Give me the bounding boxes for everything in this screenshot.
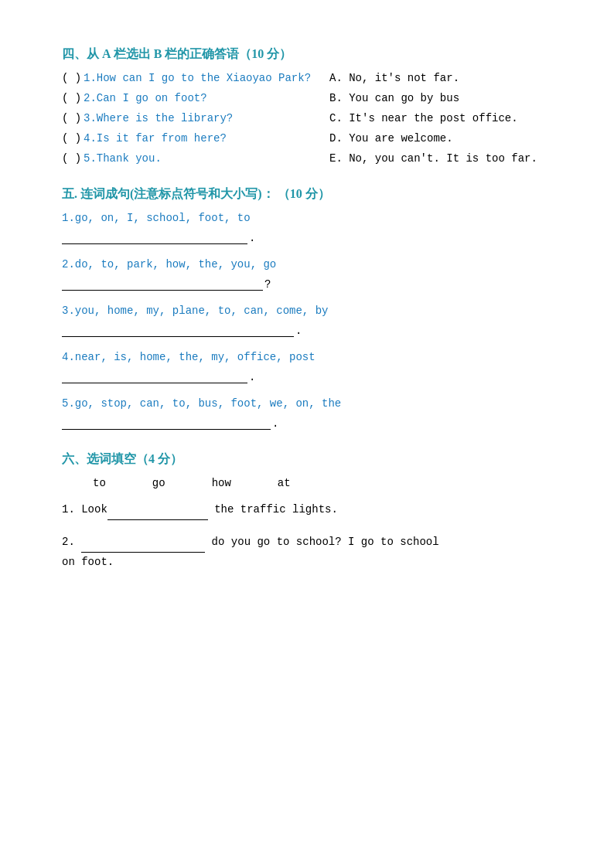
- reorder-words-1: 1.go, on, I, school, foot, to: [62, 212, 560, 224]
- reorder-item-3: 3.you, home, my, plane, to, can, come, b…: [62, 305, 560, 337]
- answer-underline-4: [62, 369, 247, 383]
- word-option-1: to: [93, 477, 106, 489]
- reorder-item-5: 5.go, stop, can, to, bus, foot, we, on, …: [62, 397, 560, 430]
- end-punct-1: .: [249, 232, 255, 244]
- answer-underline-3: [62, 323, 294, 337]
- fill-row-2b: on foot.: [62, 553, 560, 572]
- question-5: 5.Thank you.: [84, 152, 314, 165]
- matching-row: ( ) 2.Can I go on foot? B. You can go by…: [62, 92, 560, 104]
- word-options: togohowat: [62, 477, 560, 489]
- section-five: 五. 连词成句(注意标点符号和大小写)： （10 分） 1.go, on, I,…: [62, 186, 560, 430]
- fill-suffix-2b: on foot.: [62, 556, 114, 568]
- fill-suffix-2a: do you go to school? I go to school: [205, 536, 438, 548]
- fill-number-2: 2.: [62, 536, 81, 548]
- answer-underline-2: [62, 277, 263, 291]
- fill-line-1: [107, 500, 208, 520]
- fill-item-2: 2. do you go to school? I go to school o…: [62, 533, 560, 572]
- section-six: 六、选词填空（4 分） togohowat 1. Look the traffi…: [62, 451, 560, 573]
- bracket-4: ( ): [62, 132, 84, 145]
- section-four: 四、从 A 栏选出 B 栏的正确答语（10 分） ( ) 1.How can I…: [62, 46, 560, 165]
- section-six-title: 六、选词填空（4 分）: [62, 451, 560, 468]
- question-4: 4.Is it far from here?: [84, 132, 314, 145]
- answer-2: B. You can go by bus: [314, 92, 560, 104]
- bracket-1: ( ): [62, 72, 84, 84]
- end-punct-4: .: [249, 371, 255, 383]
- answer-underline-5: [62, 416, 271, 430]
- answer-underline-1: [62, 230, 247, 244]
- question-2: 2.Can I go on foot?: [84, 92, 314, 104]
- reorder-item-4: 4.near, is, home, the, my, office, post …: [62, 351, 560, 383]
- answer-4: D. You are welcome.: [314, 132, 560, 145]
- reorder-words-5: 5.go, stop, can, to, bus, foot, we, on, …: [62, 397, 560, 410]
- matching-row: ( ) 4.Is it far from here? D. You are we…: [62, 132, 560, 145]
- section-four-title: 四、从 A 栏选出 B 栏的正确答语（10 分）: [62, 46, 560, 63]
- reorder-item-1: 1.go, on, I, school, foot, to .: [62, 212, 560, 244]
- end-punct-5: .: [272, 417, 278, 430]
- fill-line-2: [81, 533, 205, 553]
- bracket-5: ( ): [62, 152, 84, 165]
- end-punct-2: ?: [264, 278, 271, 291]
- matching-rows: ( ) 1.How can I go to the Xiaoyao Park? …: [62, 72, 560, 165]
- reorder-words-2: 2.do, to, park, how, the, you, go: [62, 258, 560, 271]
- reorder-words-3: 3.you, home, my, plane, to, can, come, b…: [62, 305, 560, 317]
- question-3: 3.Where is the library?: [84, 112, 314, 124]
- end-punct-3: .: [295, 325, 302, 337]
- answer-line-1: .: [62, 230, 560, 244]
- matching-row: ( ) 1.How can I go to the Xiaoyao Park? …: [62, 72, 560, 84]
- fill-row-2: 2. do you go to school? I go to school: [62, 533, 560, 553]
- answer-5: E. No, you can't. It is too far.: [314, 152, 560, 165]
- bracket-3: ( ): [62, 112, 84, 124]
- answer-line-4: .: [62, 369, 560, 383]
- matching-row: ( ) 5.Thank you. E. No, you can't. It is…: [62, 152, 560, 165]
- answer-line-5: .: [62, 416, 560, 430]
- fill-suffix-1: the traffic lights.: [208, 503, 338, 516]
- answer-line-3: .: [62, 323, 560, 337]
- section-five-title: 五. 连词成句(注意标点符号和大小写)： （10 分）: [62, 186, 560, 203]
- question-1: 1.How can I go to the Xiaoyao Park?: [84, 72, 314, 84]
- reorder-items: 1.go, on, I, school, foot, to . 2.do, to…: [62, 212, 560, 430]
- fill-items: 1. Look the traffic lights. 2. do you go…: [62, 500, 560, 573]
- reorder-words-4: 4.near, is, home, the, my, office, post: [62, 351, 560, 363]
- answer-line-2: ?: [62, 277, 560, 291]
- matching-row: ( ) 3.Where is the library? C. It's near…: [62, 112, 560, 124]
- word-option-4: at: [278, 477, 291, 489]
- answer-1: A. No, it's not far.: [314, 72, 560, 84]
- reorder-item-2: 2.do, to, park, how, the, you, go ?: [62, 258, 560, 291]
- bracket-2: ( ): [62, 92, 84, 104]
- fill-number-1: 1. Look: [62, 503, 107, 516]
- fill-item-1: 1. Look the traffic lights.: [62, 500, 560, 520]
- answer-3: C. It's near the post office.: [314, 112, 560, 124]
- word-option-3: how: [212, 477, 231, 489]
- word-option-2: go: [152, 477, 165, 489]
